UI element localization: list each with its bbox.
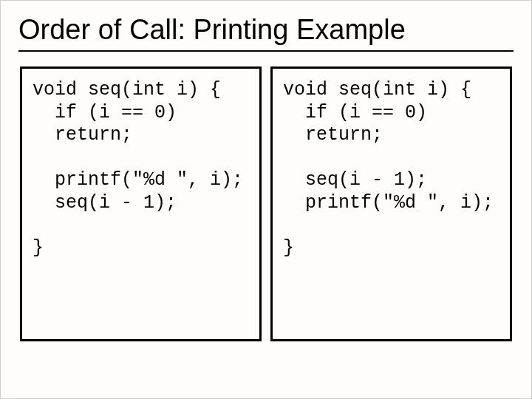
slide-title: Order of Call: Printing Example: [18, 14, 514, 49]
code-box-left: void seq(int i) { if (i == 0) return; pr…: [20, 66, 262, 341]
code-columns: void seq(int i) { if (i == 0) return; pr…: [18, 66, 514, 341]
code-left: void seq(int i) { if (i == 0) return; pr…: [33, 79, 249, 259]
title-underline: [18, 50, 514, 52]
code-box-right: void seq(int i) { if (i == 0) return; se…: [270, 66, 512, 341]
code-right: void seq(int i) { if (i == 0) return; se…: [283, 79, 499, 259]
slide: Order of Call: Printing Example void seq…: [0, 0, 532, 399]
